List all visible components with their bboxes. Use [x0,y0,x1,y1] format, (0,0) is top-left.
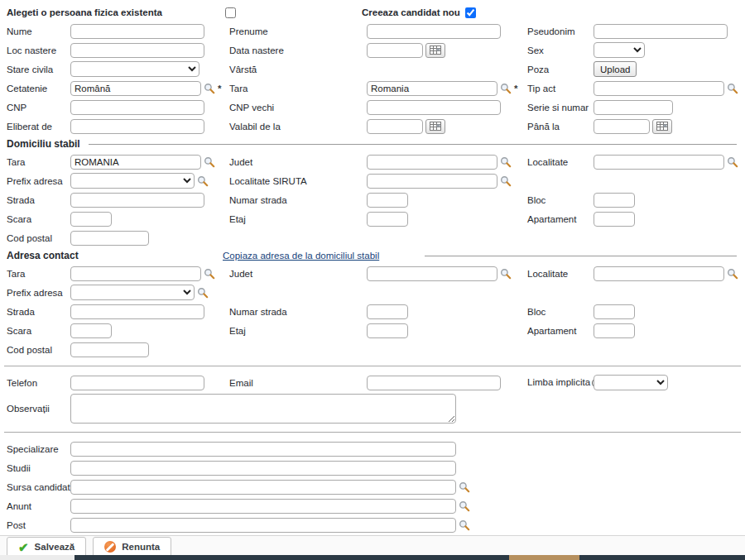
prenume-input[interactable] [367,24,501,39]
studii-label: Studii [7,463,70,473]
copy-address-link[interactable]: Copiaza adresa de la domiciliul stabil [223,251,379,261]
nume-input[interactable] [70,24,204,39]
post-label: Post [7,520,70,530]
data-nastere-calendar-button[interactable] [425,43,445,58]
dom-strada-input[interactable] [70,193,204,208]
row-sursa: Sursa candidat [0,477,745,496]
prenume-label: Prenume [229,26,367,36]
dom-apartament-input[interactable] [594,212,635,227]
sursa-candidat-input[interactable] [70,480,456,495]
dom-localitate-lookup-button[interactable] [727,156,738,168]
ct-judet-lookup-button[interactable] [500,268,512,280]
tip-act-lookup-button[interactable] [727,83,738,94]
tara-required-marker: * [514,84,517,93]
row-observatii: Observații [0,392,745,425]
dom-prefix-lookup-button[interactable] [197,175,209,187]
ct-numar-input[interactable] [367,304,408,319]
tara-input[interactable] [367,81,497,96]
post-input[interactable] [70,518,456,533]
dom-numar-input[interactable] [367,193,408,208]
dom-siruta-input[interactable] [367,174,497,189]
limba-implicita-select[interactable] [594,375,668,390]
dom-localitate-input[interactable] [594,155,724,170]
specializare-input[interactable] [70,442,456,457]
sex-select[interactable] [594,42,645,58]
cancel-button[interactable]: Renunta [93,537,171,558]
anunt-lookup-button[interactable] [459,500,470,512]
valabil-de-la-calendar-button[interactable] [425,119,445,134]
pseudonim-input[interactable] [594,24,728,39]
ct-prefix-select[interactable] [70,285,195,300]
ct-apartament-input[interactable] [594,323,635,338]
section-domiciliu-header: Domiciliu stabil [0,136,745,152]
ct-bloc-input[interactable] [594,304,635,319]
ct-prefix-label: Prefix adresa [7,288,70,298]
domiciliu-title: Domiciliu stabil [7,138,80,150]
telefon-label: Telefon [7,378,70,388]
dom-judet-input[interactable] [367,155,497,170]
dom-localitate-label: Localitate [527,157,594,167]
calendar-icon [430,45,441,55]
ct-cod-postal-input[interactable] [70,342,149,357]
valabil-de-la-input[interactable] [367,119,423,134]
magnifier-icon [459,500,470,512]
dom-tara-input[interactable] [70,155,201,170]
magnifier-icon [727,156,738,168]
magnifier-icon [197,287,209,299]
ct-scara-input[interactable] [70,323,112,338]
observatii-textarea[interactable] [70,394,456,424]
sursa-candidat-lookup-button[interactable] [459,481,470,493]
row-ct-prefix: Prefix adresa [0,283,745,302]
dom-scara-input[interactable] [70,212,112,227]
ct-etaj-label: Etaj [229,326,367,336]
cnp-vechi-input[interactable] [367,100,501,115]
anunt-input[interactable] [70,499,456,514]
cnp-input[interactable] [70,100,204,115]
dom-numar-label: Numar strada [229,195,367,205]
dom-prefix-label: Prefix adresa [7,176,70,186]
cetatenie-lookup-button[interactable] [204,83,215,94]
telefon-input[interactable] [70,376,204,390]
ct-tara-input[interactable] [70,266,201,281]
dom-judet-lookup-button[interactable] [500,156,512,168]
ct-etaj-input[interactable] [367,323,408,338]
nume-label: Nume [7,26,70,36]
studii-input[interactable] [70,461,456,476]
data-nastere-input[interactable] [367,43,423,58]
ct-localitate-lookup-button[interactable] [727,268,738,280]
cnp-vechi-label: CNP vechi [229,103,367,112]
dom-tara-lookup-button[interactable] [204,156,215,168]
ct-judet-input[interactable] [367,266,497,281]
ct-prefix-lookup-button[interactable] [197,287,209,299]
tara-lookup-button[interactable] [500,83,512,94]
ct-strada-input[interactable] [70,304,204,319]
email-input[interactable] [367,376,501,390]
tip-act-input[interactable] [594,81,724,96]
dom-prefix-select[interactable] [70,173,195,189]
post-lookup-button[interactable] [459,519,470,531]
cetatenie-input[interactable] [70,81,201,96]
ct-bloc-label: Bloc [527,307,594,317]
dom-siruta-lookup-button[interactable] [500,175,512,187]
loc-nastere-input[interactable] [70,43,204,58]
eliberat-de-input[interactable] [70,119,204,134]
existing-person-checkbox[interactable] [225,7,236,18]
anunt-label: Anunt [7,501,70,511]
dom-etaj-input[interactable] [367,212,408,227]
dom-cod-postal-input[interactable] [70,231,149,246]
serie-numar-input[interactable] [594,100,673,115]
existing-person-label: Alegeti o persoana fizica existenta [7,7,225,17]
limba-implicita-label: Limba implicita? [527,377,594,389]
ct-localitate-input[interactable] [594,266,724,281]
pana-la-calendar-button[interactable] [652,119,672,134]
pana-la-input[interactable] [594,119,650,134]
poza-label: Poza [527,65,594,74]
stare-civila-select[interactable] [70,61,199,77]
save-button[interactable]: ✔ Salvează [7,537,86,558]
dom-bloc-input[interactable] [594,193,635,208]
ct-tara-lookup-button[interactable] [204,268,215,280]
new-candidate-checkbox[interactable] [465,7,476,18]
eliberat-de-label: Eliberat de [7,122,70,132]
poza-upload-button[interactable]: Upload [594,61,637,77]
new-candidate-label: Creeaza candidat nou [362,7,465,17]
